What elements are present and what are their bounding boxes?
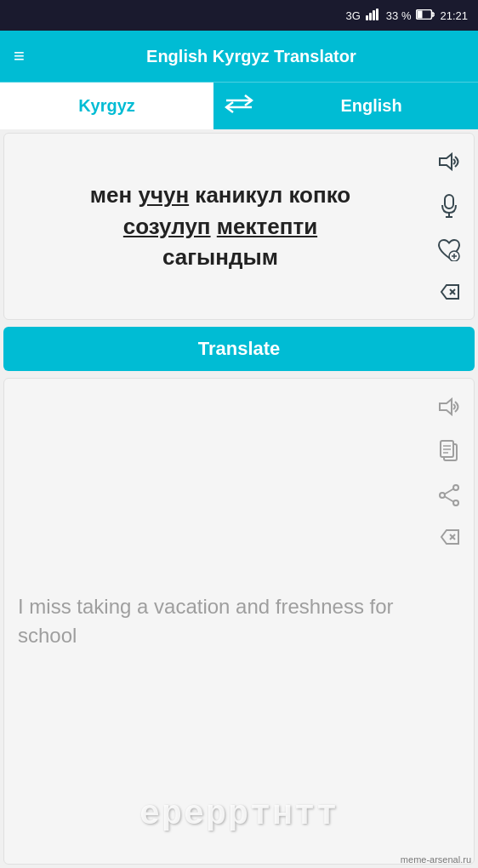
output-text: I miss taking a vacation and freshness f… (18, 592, 423, 649)
svg-marker-10 (440, 154, 452, 169)
output-share-button[interactable] (433, 479, 465, 511)
input-side-icons (433, 146, 465, 311)
svg-rect-11 (445, 195, 453, 208)
translate-button-label: Translate (198, 338, 281, 360)
site-label: meme-arsenal.ru (401, 854, 471, 865)
output-erase-button[interactable] (433, 523, 465, 556)
svg-rect-0 (366, 15, 368, 20)
signal-bars (366, 9, 381, 23)
svg-point-27 (440, 493, 445, 498)
svg-rect-3 (376, 9, 378, 20)
input-mic-button[interactable] (433, 190, 465, 222)
input-favorite-button[interactable] (433, 234, 465, 266)
svg-rect-1 (369, 13, 372, 20)
word-1: учун (138, 182, 189, 208)
word-3: мектепти (217, 214, 317, 239)
english-lang-button[interactable]: English (265, 83, 478, 129)
time: 21:21 (440, 9, 468, 22)
swap-language-button[interactable] (213, 83, 265, 129)
input-text: мен учун каникул копко созулуп мектепти … (18, 180, 423, 272)
output-side-icons (433, 391, 465, 556)
output-copy-button[interactable] (433, 435, 465, 467)
status-bar: 3G 33 % 21:21 (0, 0, 478, 31)
app-title: English Kyrgyz Translator (38, 47, 464, 66)
swap-icon (225, 94, 253, 118)
svg-marker-20 (440, 399, 452, 414)
svg-point-26 (453, 485, 458, 490)
main-content: мен учун каникул копко созулуп мектепти … (0, 129, 478, 868)
battery-percent: 33 % (386, 9, 412, 22)
word-2: созулуп (123, 214, 211, 239)
language-selector-bar: Kyrgyz English (0, 82, 478, 129)
input-erase-button[interactable] (433, 278, 465, 311)
svg-line-30 (445, 497, 453, 502)
app-bar: ≡ English Kyrgyz Translator (0, 31, 478, 82)
svg-line-29 (445, 489, 453, 494)
kyrgyz-lang-button[interactable]: Kyrgyz (0, 83, 213, 129)
input-area[interactable]: мен учун каникул копко созулуп мектепти … (3, 133, 475, 320)
signal-3g: 3G (345, 9, 360, 22)
output-speaker-button[interactable] (433, 391, 465, 423)
input-speaker-button[interactable] (433, 146, 465, 178)
svg-rect-2 (373, 10, 375, 20)
output-area: I miss taking a vacation and freshness f… (3, 378, 475, 865)
svg-point-28 (453, 500, 458, 505)
translate-button[interactable]: Translate (3, 327, 475, 371)
svg-marker-17 (441, 285, 458, 299)
battery-icon (416, 9, 435, 22)
svg-marker-31 (441, 530, 458, 544)
hamburger-menu-icon[interactable]: ≡ (14, 45, 25, 67)
svg-rect-5 (418, 10, 423, 18)
